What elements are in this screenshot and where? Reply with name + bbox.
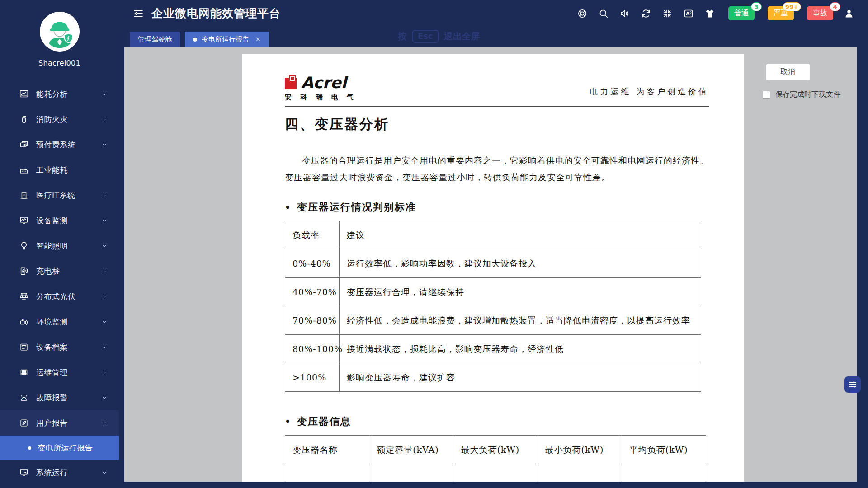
sidebar-item-distributed-pv[interactable]: 分布式光伏 bbox=[0, 284, 119, 309]
sidebar-item-label: 医疗IT系统 bbox=[36, 190, 75, 201]
brand-name: Acrel bbox=[301, 74, 347, 92]
sidebar-item-user-report[interactable]: 用户报告 bbox=[0, 410, 119, 436]
table-row: 70%-80% 经济性低，会造成电能浪费，建议增加散热装置，适当降低电流密度，以… bbox=[285, 306, 701, 335]
alarm-count-badge: 3 bbox=[751, 2, 762, 11]
sidebar-item-label: 设备监测 bbox=[36, 216, 68, 226]
sidebar-item-label: 智能照明 bbox=[36, 241, 68, 251]
page-title: 企业微电网能效管理平台 bbox=[151, 6, 281, 21]
volume-icon[interactable] bbox=[619, 8, 630, 19]
energy-analysis-icon bbox=[19, 89, 29, 99]
cell-load-rate: >100% bbox=[285, 363, 340, 392]
distributed-pv-icon bbox=[19, 291, 29, 301]
device-monitoring-icon bbox=[19, 216, 29, 225]
tab-substation-report[interactable]: 变电所运行报告 ✕ bbox=[185, 32, 269, 47]
cell-load-rate: 0%-40% bbox=[285, 249, 340, 278]
subsection-title-criteria: •变压器运行情况判别标准 bbox=[285, 200, 709, 214]
cell-suggestion: 经济性低，会造成电能浪费，建议增加散热装置，适当降低电流密度，以提高运行效率 bbox=[340, 306, 701, 335]
chevron-down-icon bbox=[102, 91, 107, 97]
sidebar-item-label: 消防火灾 bbox=[36, 114, 68, 125]
environment-monitoring-icon bbox=[19, 317, 29, 327]
sidebar-item-label: 运维管理 bbox=[36, 367, 68, 378]
empty-cell bbox=[369, 464, 453, 482]
sidebar-item-industrial-energy[interactable]: 工业能耗 bbox=[0, 157, 119, 183]
sidebar-item-operation-maintenance[interactable]: 运维管理 bbox=[0, 360, 119, 385]
cell-suggestion: 影响变压器寿命，建议扩容 bbox=[340, 363, 701, 392]
device-archive-icon bbox=[19, 342, 29, 352]
sidebar-item-prepaid-system[interactable]: 预付费系统 bbox=[0, 132, 119, 157]
alarm-count-badge: 4 bbox=[830, 2, 840, 11]
header-cell: 最大负荷(kW) bbox=[453, 436, 538, 464]
exit-fullscreen-icon[interactable] bbox=[662, 8, 673, 19]
sidebar-item-system-run[interactable]: 系统运行 bbox=[0, 460, 119, 485]
download-checkbox[interactable] bbox=[763, 91, 770, 99]
charging-pile-icon bbox=[19, 266, 29, 276]
hint-prefix: 按 bbox=[398, 30, 407, 42]
sliders-icon bbox=[848, 380, 857, 389]
sidebar-item-label: 能耗分析 bbox=[36, 89, 68, 99]
chevron-down-icon bbox=[102, 218, 107, 223]
alarm-badge-serious[interactable]: 严重 99+ bbox=[768, 6, 794, 20]
chevron-down-icon bbox=[102, 470, 107, 475]
smart-lighting-icon bbox=[19, 241, 29, 251]
fullscreen-exit-hint: 按 Esc 退出全屏 bbox=[398, 30, 480, 43]
empty-cell bbox=[622, 464, 706, 482]
table-header-row: 负载率 建议 bbox=[285, 221, 701, 249]
esc-key-label: Esc bbox=[412, 30, 439, 43]
sidebar-item-fault-alarm[interactable]: 故障报警 bbox=[0, 385, 119, 410]
alarm-badge-normal[interactable]: 普通 3 bbox=[728, 6, 755, 20]
table-row: >100% 影响变压器寿命，建议扩容 bbox=[285, 363, 701, 392]
sidebar-item-device-archive[interactable]: 设备档案 bbox=[0, 334, 119, 360]
chevron-down-icon bbox=[102, 243, 107, 249]
help-icon[interactable] bbox=[577, 8, 588, 19]
cancel-button[interactable]: 取消 bbox=[766, 64, 810, 80]
report-paragraph: 变压器的合理运行是用户安全用电的重要内容之一，它影响着供电的安全可靠性和电网运行… bbox=[285, 152, 709, 186]
translate-icon[interactable]: A文 bbox=[683, 8, 694, 19]
user-report-icon bbox=[19, 418, 29, 428]
sidebar-item-label: 系统运行 bbox=[36, 468, 68, 478]
cell-load-rate: 80%-100% bbox=[285, 335, 340, 363]
empty-cell bbox=[453, 464, 538, 482]
acrel-logo-icon bbox=[285, 75, 298, 90]
active-tab-dot-icon bbox=[193, 38, 197, 42]
sidebar-item-environment-monitoring[interactable]: 环境监测 bbox=[0, 309, 119, 334]
refresh-icon[interactable] bbox=[641, 8, 651, 19]
close-tab-icon[interactable]: ✕ bbox=[255, 36, 261, 42]
chevron-down-icon bbox=[102, 294, 107, 299]
tab-label: 变电所运行报告 bbox=[202, 35, 249, 44]
cell-load-rate: 70%-80% bbox=[285, 306, 340, 335]
brand-name-cn: 安 科 瑞 电 气 bbox=[285, 93, 357, 102]
subsection-title-transformer-info: •变压器信息 bbox=[285, 414, 709, 429]
report-settings-button[interactable] bbox=[844, 376, 861, 393]
cell-suggestion: 运行效率低，影响功率因数，建议加大设备投入 bbox=[340, 249, 701, 278]
table-header-row: 变压器名称 额定容量(kVA) 最大负荷(kW) 最小负荷(kW) 平均负荷(k… bbox=[285, 436, 706, 464]
tab-label: 管理驾驶舱 bbox=[138, 35, 172, 44]
document-header: Acrel 安 科 瑞 电 气 电力运维 为客户创造价值 bbox=[285, 61, 709, 102]
theme-skin-icon[interactable] bbox=[704, 8, 715, 19]
chevron-down-icon bbox=[102, 344, 107, 350]
sidebar-item-smart-lighting[interactable]: 智能照明 bbox=[0, 233, 119, 258]
header-cell: 平均负荷(kW) bbox=[622, 436, 706, 464]
sidebar-item-label: 设备档案 bbox=[36, 342, 68, 352]
alarm-badge-label: 事故 bbox=[813, 9, 827, 18]
alarm-badge-accident[interactable]: 事故 4 bbox=[807, 6, 833, 20]
transformer-info-table: 变压器名称 额定容量(kVA) 最大负荷(kW) 最小负荷(kW) 平均负荷(k… bbox=[285, 435, 706, 482]
chevron-down-icon bbox=[102, 370, 107, 375]
search-icon[interactable] bbox=[598, 8, 609, 19]
report-preview-area: Acrel 安 科 瑞 电 气 电力运维 为客户创造价值 四、变压器分析 变压器… bbox=[124, 47, 857, 482]
user-icon[interactable] bbox=[844, 8, 854, 19]
cell-load-rate: 40%-70% bbox=[285, 278, 340, 306]
sidebar-item-fire-safety[interactable]: 消防火灾 bbox=[0, 107, 119, 132]
sidebar-item-charging-pile[interactable]: 充电桩 bbox=[0, 258, 119, 284]
engineer-avatar-icon bbox=[40, 12, 80, 52]
alarm-badge-label: 普通 bbox=[734, 9, 749, 18]
prepaid-system-icon bbox=[19, 140, 29, 150]
sidebar-item-label: 故障报警 bbox=[36, 393, 68, 403]
tab-management-cockpit[interactable]: 管理驾驶舱 bbox=[130, 32, 180, 47]
collapse-sidebar-icon[interactable] bbox=[132, 8, 144, 19]
sidebar-subitem-substation-report[interactable]: 变电所运行报告 bbox=[0, 436, 119, 460]
sidebar-item-medical-it[interactable]: 医疗IT系统 bbox=[0, 183, 119, 208]
sidebar-item-device-monitoring[interactable]: 设备监测 bbox=[0, 208, 119, 233]
sidebar-item-energy-analysis[interactable]: 能耗分析 bbox=[0, 81, 119, 107]
table-row: 80%-100% 接近满载状态，损耗比高，影响变压器寿命，经济性低 bbox=[285, 335, 701, 363]
sidebar-item-label: 用户报告 bbox=[36, 418, 68, 428]
